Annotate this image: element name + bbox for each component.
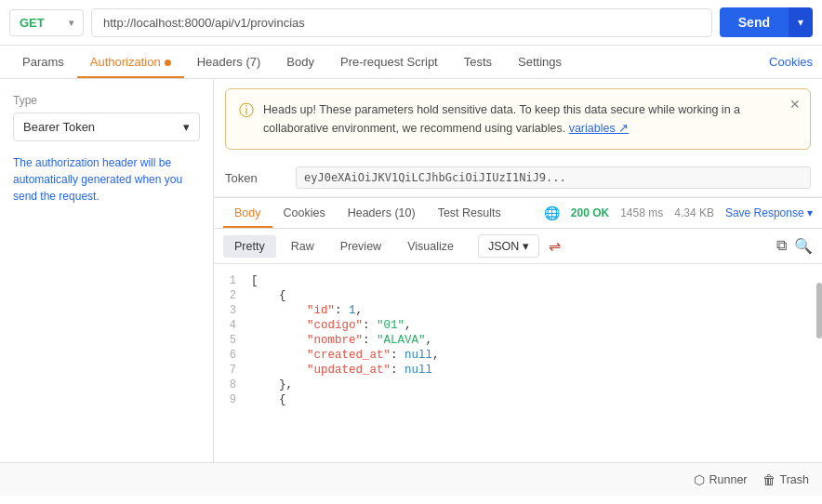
authorization-dot <box>165 60 171 66</box>
type-arrow-icon: ▾ <box>183 120 190 134</box>
code-line-6: 6 "created_at": null, <box>214 348 822 363</box>
format-label: JSON <box>488 240 519 253</box>
code-line-7: 7 "updated_at": null <box>214 363 822 378</box>
auth-hint: The authorization header will be automat… <box>13 154 200 205</box>
send-arrow-button[interactable]: ▾ <box>789 7 813 37</box>
auth-left-panel: Type Bearer Token ▾ The authorization he… <box>0 79 214 462</box>
runner-button[interactable]: ⬡ Runner <box>694 472 748 487</box>
auth-right-panel: ⓘ Heads up! These parameters hold sensit… <box>214 79 822 462</box>
format-arrow-icon: ▾ <box>523 239 529 253</box>
tab-prerequest[interactable]: Pre-request Script <box>327 46 451 78</box>
viewer-tab-bar: Pretty Raw Preview Visualize JSON ▾ ⇌ ⧉ … <box>214 229 822 264</box>
code-line-9: 9 { <box>214 392 822 407</box>
type-value: Bearer Token <box>23 120 95 134</box>
alert-close-button[interactable]: ✕ <box>789 97 801 112</box>
tab-tests[interactable]: Tests <box>451 46 505 78</box>
viewer-tab-visualize[interactable]: Visualize <box>396 235 465 258</box>
response-tab-body[interactable]: Body <box>223 198 272 228</box>
response-size: 4.34 KB <box>674 206 714 219</box>
response-tab-bar: Body Cookies Headers (10) Test Results 🌐… <box>214 197 822 229</box>
type-select[interactable]: Bearer Token ▾ <box>13 113 200 141</box>
token-row: Token eyJ0eXAiOiJKV1QiLCJhbGciOiJIUzI1Ni… <box>214 159 822 197</box>
wrap-icon[interactable]: ⇌ <box>549 237 561 255</box>
status-code: 200 OK <box>571 206 609 219</box>
tab-authorization[interactable]: Authorization <box>77 46 184 78</box>
response-tab-test-results[interactable]: Test Results <box>427 198 512 228</box>
response-status-bar: 🌐 200 OK 1458 ms 4.34 KB Save Response ▾ <box>544 206 813 220</box>
code-viewer[interactable]: 1 [ 2 { 3 "id": 1, 4 "codigo": "01", <box>214 264 822 462</box>
response-tab-cookies[interactable]: Cookies <box>272 198 337 228</box>
tab-settings[interactable]: Settings <box>505 46 575 78</box>
method-select[interactable]: GET ▾ <box>9 9 84 36</box>
code-line-1: 1 [ <box>214 273 822 288</box>
search-icon[interactable]: 🔍 <box>794 237 813 255</box>
token-label: Token <box>225 171 281 185</box>
copy-icon[interactable]: ⧉ <box>776 237 787 255</box>
code-line-8: 8 }, <box>214 378 822 392</box>
alert-box: ⓘ Heads up! These parameters hold sensit… <box>225 88 811 150</box>
send-button[interactable]: Send <box>720 7 789 37</box>
cookies-link[interactable]: Cookies <box>769 46 813 78</box>
variables-link[interactable]: variables ↗ <box>569 122 630 135</box>
trash-icon: 🗑 <box>762 472 776 487</box>
code-line-5: 5 "nombre": "ALAVA", <box>214 333 822 348</box>
url-input[interactable] <box>91 8 712 37</box>
token-value[interactable]: eyJ0eXAiOiJKV1QiLCJhbGciOiJIUzI1NiJ9... <box>296 166 811 189</box>
trash-button[interactable]: 🗑 Trash <box>762 472 810 487</box>
format-select[interactable]: JSON ▾ <box>478 234 539 258</box>
viewer-tab-preview[interactable]: Preview <box>329 235 392 258</box>
save-response-button[interactable]: Save Response ▾ <box>725 206 813 219</box>
method-arrow-icon: ▾ <box>69 18 73 28</box>
globe-icon: 🌐 <box>544 206 560 220</box>
viewer-tab-raw[interactable]: Raw <box>280 235 325 258</box>
method-label: GET <box>20 16 45 30</box>
tab-headers[interactable]: Headers (7) <box>184 46 274 78</box>
alert-icon: ⓘ <box>239 101 254 121</box>
trash-label: Trash <box>780 473 810 486</box>
alert-text: Heads up! These parameters hold sensitiv… <box>263 100 797 138</box>
runner-icon: ⬡ <box>694 472 705 487</box>
type-label: Type <box>13 94 200 107</box>
code-line-3: 3 "id": 1, <box>214 303 822 318</box>
top-bar: GET ▾ Send ▾ <box>0 0 822 46</box>
scrollbar-handle <box>816 283 822 338</box>
request-tab-bar: Params Authorization Headers (7) Body Pr… <box>0 46 822 79</box>
runner-label: Runner <box>709 473 748 486</box>
tab-params[interactable]: Params <box>9 46 77 78</box>
viewer-tab-pretty[interactable]: Pretty <box>223 235 276 258</box>
bottom-bar: ⬡ Runner 🗑 Trash <box>0 462 822 496</box>
tab-body[interactable]: Body <box>273 46 327 78</box>
send-btn-group: Send ▾ <box>720 7 813 37</box>
response-tab-headers[interactable]: Headers (10) <box>337 198 427 228</box>
code-line-4: 4 "codigo": "01", <box>214 318 822 333</box>
response-section: Body Cookies Headers (10) Test Results 🌐… <box>214 197 822 462</box>
code-line-2: 2 { <box>214 288 822 303</box>
response-time: 1458 ms <box>620 206 663 219</box>
viewer-icons: ⧉ 🔍 <box>776 237 813 255</box>
content-area: Type Bearer Token ▾ The authorization he… <box>0 79 822 462</box>
